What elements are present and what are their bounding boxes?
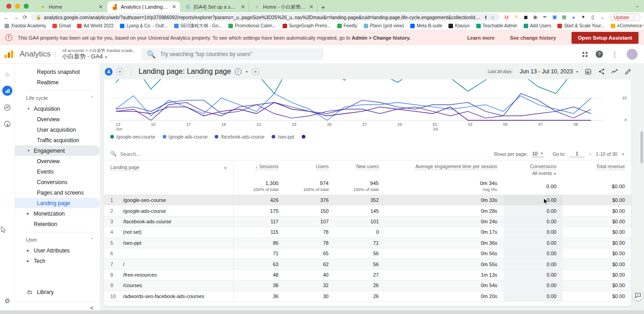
edge-icon[interactable]: ●	[571, 15, 577, 20]
home-nav-icon[interactable]: ⌂	[3, 69, 12, 78]
browser-tab[interactable]: ♥Home✕	[35, 1, 107, 12]
sidebar-item-retention[interactable]: Retention	[15, 219, 100, 229]
bookmark-item[interactable]: Xiaobai Academy	[5, 23, 46, 28]
table-row[interactable]: 67165560m 56s0.00$0.00	[104, 248, 631, 259]
bookmark-item[interactable]: Lyang & Co. - Outl...	[120, 23, 167, 28]
column-total-revenue[interactable]: Total revenue	[596, 164, 625, 170]
sidebar-item-monetization[interactable]: ▶Monetization	[15, 208, 100, 219]
tab-close-icon[interactable]: ✕	[309, 4, 314, 10]
bookmark-item[interactable]: Promotional Calen...	[228, 23, 276, 28]
edit-report-icon[interactable]	[625, 68, 631, 75]
legend-item[interactable]: /google-ads-course	[163, 134, 208, 139]
column-avg-engagement[interactable]: Average engagement time per session	[415, 164, 497, 170]
global-search[interactable]: 🔍	[141, 48, 324, 60]
add-column-button[interactable]: +	[223, 165, 227, 171]
bookmark-item[interactable]: Gmail	[52, 23, 71, 28]
page-scrollbar-thumb[interactable]	[640, 131, 643, 163]
table-row[interactable]: 2/google-ads-course1751501450m 28s0.00$0…	[104, 206, 631, 216]
column-new-users[interactable]: New users	[356, 164, 379, 170]
help-icon[interactable]: ?	[596, 51, 603, 58]
device-icon[interactable]: ▯	[590, 14, 596, 20]
table-row[interactable]: 9/courses3832260m 54s0.00$0.00	[104, 280, 631, 291]
table-row[interactable]: 3/facebook-ads-course1171071010m 24s0.00…	[104, 216, 631, 227]
admin-gear-icon[interactable]: ⚙	[3, 296, 12, 305]
tab-close-icon[interactable]: ✕	[98, 4, 103, 10]
table-row[interactable]: 5/seo-ppt8678710m 36s0.00$0.00	[104, 238, 631, 248]
gmail-icon[interactable]: M	[504, 15, 510, 20]
legend-item[interactable]: /seo-ppt	[272, 134, 294, 139]
new-tab-button[interactable]: +	[318, 1, 329, 12]
sidebar-item-tech[interactable]: ▶Tech	[15, 256, 100, 266]
chevron-down-icon[interactable]: ▼	[27, 107, 30, 110]
conversions-event-filter[interactable]: All events ▼	[510, 171, 556, 176]
sidebar-section-life-cycle[interactable]: Life cycle⌃	[15, 93, 100, 103]
collapse-chevron-icon[interactable]: ⌃	[90, 237, 93, 242]
explore-nav-icon[interactable]	[3, 103, 12, 112]
bookmark-item[interactable]: eCommerce Case...	[611, 23, 644, 28]
see-change-history-link[interactable]: See change history	[510, 35, 556, 41]
analytics-logo-icon[interactable]	[5, 51, 13, 58]
bookmark-item[interactable]: Add Users	[524, 23, 551, 28]
sidebar-item-realtime[interactable]: Realtime	[15, 77, 100, 88]
column-sessions[interactable]: ↓ Sessions	[255, 164, 278, 170]
reload-button[interactable]: ⟳	[23, 14, 27, 21]
table-row[interactable]: 8/free-resources4840271m 13s0.00$0.00	[104, 270, 631, 280]
user-avatar[interactable]	[627, 49, 638, 60]
report-title-dropdown-icon[interactable]: ▼	[245, 70, 248, 73]
sidebar-item-pages-and-screens[interactable]: Pages and screens	[15, 187, 100, 198]
date-range-picker[interactable]: Jun 13 - Jul 10, 2023▼	[520, 68, 579, 75]
forward-button[interactable]: →	[13, 14, 19, 21]
sidebar-item-user-attributes[interactable]: ▶User Attributes	[15, 245, 100, 256]
chevron-right-icon[interactable]: ▶	[27, 212, 30, 216]
bookmark-item[interactable]: SEO课程大纲 - Go...	[174, 23, 222, 29]
goto-page-input[interactable]: 1	[569, 151, 585, 157]
sidebar-section-user[interactable]: User⌃	[15, 234, 100, 245]
bookmark-item[interactable]: Ad World 2022	[77, 23, 113, 28]
browser-menu-icon[interactable]: ⋮	[632, 15, 637, 20]
back-button[interactable]: ←	[4, 14, 9, 21]
advertising-nav-icon[interactable]	[3, 119, 12, 129]
sidebar-item-reports-snapshot[interactable]: Reports snapshot	[15, 67, 100, 77]
sidebar-item-conversions[interactable]: Conversions	[15, 177, 100, 187]
feedback-button[interactable]	[632, 290, 643, 301]
browser-tab[interactable]: G[GA4] Set up a scroll conversi✕	[180, 1, 249, 12]
insights-icon[interactable]	[611, 68, 618, 75]
sidebar-item-acquisition[interactable]: ▼Acquisition	[15, 103, 100, 114]
window-controls[interactable]	[5, 0, 35, 12]
search-input[interactable]	[160, 51, 318, 57]
sidebar-item-library[interactable]: 🗀 Library	[15, 286, 100, 298]
kebab-menu-icon[interactable]: ⋮	[611, 50, 618, 59]
app-green-icon[interactable]: ▦	[561, 14, 567, 20]
open-setup-assistant-button[interactable]: Open Setup Assistant	[572, 32, 639, 44]
table-row[interactable]: 7/6362560m 55s0.00$0.00	[104, 259, 631, 269]
bookmark-item[interactable]: SurgeGraph Premi...	[283, 23, 331, 28]
table-row[interactable]: 4(not set)1157800m 17s0.00$0.00	[104, 227, 631, 237]
column-conversions[interactable]: Conversions	[530, 164, 556, 170]
account-switcher[interactable]: All accounts > 小白新势 Xiaobai Acade.. 小白新势…	[62, 49, 135, 60]
browser-tab[interactable]: ≡Home - 小白新势学院✕	[249, 1, 318, 12]
prev-page-button[interactable]: ‹	[588, 150, 592, 157]
table-search-input[interactable]	[120, 151, 202, 157]
google-apps-icon[interactable]	[582, 52, 587, 57]
share-page-icon[interactable]: ⬆	[484, 15, 488, 20]
browser-tab[interactable]: ▟Analytics | Landing page: Land✕	[107, 1, 180, 12]
reports-nav-icon[interactable]	[2, 86, 12, 96]
pen-icon[interactable]: ✎	[513, 14, 520, 20]
bookmark-item[interactable]: Meta B-suite	[410, 23, 442, 28]
sidebar-item-user-acquisition[interactable]: User acquisition	[15, 124, 100, 135]
tab-close-icon[interactable]: ✕	[241, 4, 245, 10]
address-bar[interactable]: 🔒 analytics.google.com/analytics/web/?au…	[31, 13, 500, 21]
window-maximize-button[interactable]	[24, 4, 29, 9]
customize-chart-icon[interactable]	[585, 68, 592, 75]
window-minimize-button[interactable]	[15, 4, 20, 9]
column-users[interactable]: Users	[316, 164, 329, 170]
legend-item[interactable]: /google-seo-course	[110, 134, 155, 139]
share-report-icon[interactable]	[598, 68, 605, 75]
chrome-update-button[interactable]: Update⋮	[610, 14, 640, 21]
report-saved-check-icon[interactable]: ✓	[235, 68, 242, 75]
extension-icon[interactable]: ✦	[580, 14, 587, 20]
sidebar-item-traffic-acquisition[interactable]: Traffic acquisition	[15, 135, 100, 145]
sidebar-item-engagement[interactable]: ▼Engagement	[15, 145, 100, 156]
meet-icon[interactable]: ◒	[599, 15, 606, 20]
tab-close-icon[interactable]: ✕	[172, 4, 176, 10]
